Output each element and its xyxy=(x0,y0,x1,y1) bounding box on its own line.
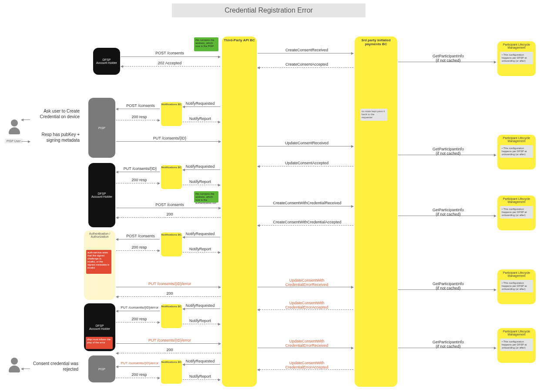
plm-box: Participant Lifecycle Management• This c… xyxy=(497,41,536,76)
participant-dfsp: DFSP Account Holder xyxy=(88,163,115,227)
lane-payments: 3rd party initiated payments BC xyxy=(355,37,397,387)
note-state: no state kept pass it back to the reques… xyxy=(360,109,387,121)
notifications-bc: Notifications BC xyxy=(161,233,182,256)
user-label: PISP User xyxy=(5,139,23,143)
notifications-bc: Notifications BC xyxy=(161,360,182,384)
participant-pisp: PISP xyxy=(88,98,115,158)
notifications-bc: Notifications BC xyxy=(161,165,182,189)
side-text-rejected: Consent credential was rejected xyxy=(26,361,78,372)
plm-box: Participant Lifecycle Management• This c… xyxy=(497,135,536,169)
note-dfsp-error: dfsp must inform the pisp of the error xyxy=(86,337,113,349)
side-text-ask: Ask user to Create Credential on device xyxy=(27,108,80,120)
arrow xyxy=(21,141,30,142)
arrow xyxy=(21,120,30,120)
participant-dfsp: DFSP Account Holder xyxy=(93,48,120,75)
lane-label: 3rd party initiated payments BC xyxy=(355,38,397,46)
diagram-canvas: Credential Registration Error PISP User … xyxy=(0,0,540,392)
note-auth-invalid: auth-service sees that the signed challe… xyxy=(86,250,111,274)
side-text-resp: Resp has pubKey + signing metadata xyxy=(27,132,80,143)
diagram-title: Credential Registration Error xyxy=(172,3,366,17)
notifications-bc: Notifications BC xyxy=(161,304,182,328)
notifications-bc: Notifications BC xyxy=(161,102,182,126)
note-green: this contains the address, which now is … xyxy=(194,37,218,51)
plm-box: Participant Lifecycle Management• This c… xyxy=(497,196,536,230)
lane-label: Third-Party API BC xyxy=(222,38,257,42)
plm-box: Participant Lifecycle Management• This c… xyxy=(497,328,536,363)
note-green: this contains the address, which now is … xyxy=(194,191,218,203)
user-icon xyxy=(8,358,20,375)
participant-pisp: PISP xyxy=(88,355,115,382)
arrow xyxy=(21,369,30,369)
plm-box: Participant Lifecycle Management• This c… xyxy=(497,269,536,304)
user-icon xyxy=(8,120,20,137)
lane-third-party: Third-Party API BC xyxy=(222,37,257,387)
